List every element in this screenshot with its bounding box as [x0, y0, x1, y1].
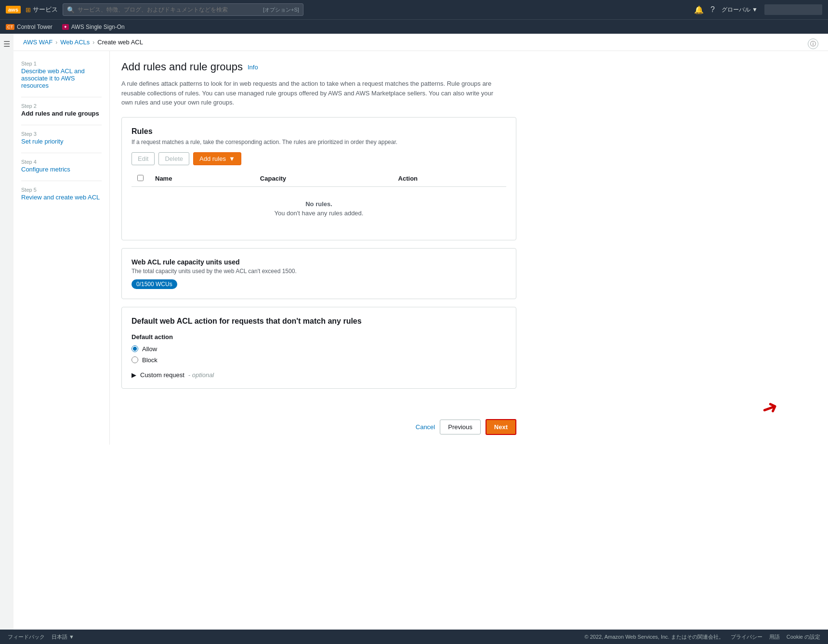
step-5-label: Step 5 [21, 187, 102, 193]
page-title-row: Add rules and rule groups Info [121, 61, 816, 73]
empty-msg-title: No rules. [147, 200, 491, 208]
feedback-link[interactable]: フィードバック [8, 633, 45, 641]
step-3: Step 3 Set rule priority [21, 131, 102, 145]
bottom-right: © 2022, Amazon Web Services, Inc. またはその関… [585, 633, 820, 641]
breadcrumb-aws-waf[interactable]: AWS WAF [23, 39, 53, 46]
custom-request-label: Custom request [140, 371, 184, 379]
block-radio-item[interactable]: Block [131, 356, 506, 364]
control-tower-label: Control Tower [17, 24, 53, 30]
default-action-title: Default web ACL action for requests that… [131, 317, 506, 326]
step-2: Step 2 Add rules and rule groups [21, 103, 102, 117]
sso-nav[interactable]: ✦ AWS Single Sign-On [62, 24, 125, 30]
help-icon[interactable]: ? [710, 5, 715, 14]
notifications-icon[interactable]: 🔔 [694, 5, 704, 14]
empty-msg-body: You don't have any rules added. [147, 210, 491, 217]
edit-button[interactable]: Edit [131, 152, 155, 165]
toggle-triangle-icon: ▶ [131, 371, 136, 379]
step-4-title[interactable]: Configure metrics [21, 166, 102, 173]
search-shortcut: [オプション+S] [263, 6, 299, 13]
previous-button[interactable]: Previous [440, 420, 481, 434]
privacy-link[interactable]: プライバシー [731, 633, 762, 641]
info-link[interactable]: Info [248, 64, 258, 71]
capacity-desc: The total capacity units used by the web… [131, 268, 506, 275]
second-navigation: CT Control Tower ✦ AWS Single Sign-On [0, 19, 828, 34]
block-radio[interactable] [131, 356, 138, 363]
step-4: Step 4 Configure metrics [21, 159, 102, 173]
aws-logo[interactable]: aws [6, 6, 21, 13]
step-1-title[interactable]: Describe web ACL and associate it to AWS… [21, 67, 102, 89]
next-button[interactable]: Next [486, 419, 516, 435]
copyright-text: © 2022, Amazon Web Services, Inc. またはその関… [585, 633, 724, 641]
add-rules-button[interactable]: Add rules ▼ [193, 152, 241, 165]
block-label: Block [142, 356, 158, 364]
step-1-label: Step 1 [21, 61, 102, 66]
rules-table: Name Capacity Action No rules. [131, 171, 506, 230]
services-button[interactable]: ⊞ サービス [26, 5, 58, 14]
top-navigation: aws ⊞ サービス 🔍 [オプション+S] 🔔 ? グローバル ▼ [0, 0, 828, 19]
sso-icon: ✦ [62, 24, 69, 30]
search-input[interactable] [78, 6, 260, 13]
delete-button[interactable]: Delete [158, 152, 189, 165]
breadcrumb-current: Create web ACL [97, 39, 143, 46]
search-icon: 🔍 [67, 6, 75, 13]
steps-sidebar: Step 1 Describe web ACL and associate it… [13, 51, 110, 445]
content-with-steps: Step 1 Describe web ACL and associate it… [13, 51, 828, 445]
breadcrumb-sep-2: › [92, 39, 94, 46]
page-title: Add rules and rule groups [121, 61, 243, 73]
terms-link[interactable]: 用語 [769, 633, 780, 641]
cancel-button[interactable]: Cancel [416, 423, 435, 431]
breadcrumb-sep-1: › [55, 39, 57, 46]
optional-label: - optional [188, 371, 214, 379]
cookie-link[interactable]: Cookie の設定 [787, 633, 820, 641]
dropdown-arrow-icon: ▼ [229, 155, 235, 162]
step-4-label: Step 4 [21, 159, 102, 165]
select-all-checkbox[interactable] [137, 175, 144, 181]
main-panel: Add rules and rule groups Info A rule de… [110, 51, 828, 445]
allow-radio-item[interactable]: Allow [131, 345, 506, 353]
col-name: Name [149, 171, 254, 187]
step-3-label: Step 3 [21, 131, 102, 137]
col-action: Action [393, 171, 506, 187]
step-5: Step 5 Review and create web ACL [21, 187, 102, 201]
step-5-title[interactable]: Review and create web ACL [21, 194, 102, 201]
capacity-badge: 0/1500 WCUs [131, 279, 177, 289]
hamburger-icon[interactable]: ☰ [3, 39, 10, 49]
rules-section-title: Rules [131, 127, 506, 136]
step-2-label: Step 2 [21, 103, 102, 109]
control-tower-nav[interactable]: CT Control Tower [6, 24, 53, 30]
arrow-icon: ➜ [758, 394, 781, 421]
sidebar-toggle[interactable]: ☰ [0, 34, 13, 644]
language-selector[interactable]: 日本語 ▼ [52, 633, 74, 641]
arrow-annotation: ➜ [121, 396, 778, 416]
default-action-label: Default action [131, 333, 506, 341]
aws-logo-icon: aws [6, 6, 21, 13]
breadcrumb: AWS WAF › Web ACLs › Create web ACL [13, 34, 828, 51]
custom-request-toggle[interactable]: ▶ Custom request - optional [131, 371, 506, 379]
breadcrumb-web-acls[interactable]: Web ACLs [60, 39, 90, 46]
body-area: ☰ AWS WAF › Web ACLs › Create web ACL St… [0, 34, 828, 644]
capacity-title: Web ACL rule capacity units used [131, 258, 506, 266]
capacity-section: Web ACL rule capacity units used The tot… [121, 248, 516, 299]
page-content: AWS WAF › Web ACLs › Create web ACL Step… [13, 34, 828, 644]
step-1: Step 1 Describe web ACL and associate it… [21, 61, 102, 89]
empty-row: No rules. You don't have any rules added… [131, 186, 506, 230]
user-avatar[interactable] [764, 4, 822, 15]
rules-section-subtitle: If a request matches a rule, take the co… [131, 139, 506, 145]
global-button[interactable]: グローバル ▼ [722, 6, 758, 14]
page-description: A rule defines attack patterns to look f… [121, 79, 497, 107]
step-3-title[interactable]: Set rule priority [21, 138, 102, 145]
bottom-bar: フィードバック 日本語 ▼ © 2022, Amazon Web Service… [0, 630, 828, 644]
control-tower-icon: CT [6, 24, 14, 30]
action-radio-group: Allow Block [131, 345, 506, 364]
sso-label: AWS Single Sign-On [71, 24, 125, 30]
allow-radio[interactable] [131, 345, 138, 352]
rules-toolbar: Edit Delete Add rules ▼ [131, 152, 506, 165]
allow-label: Allow [142, 345, 157, 353]
info-circle-icon[interactable]: ⓘ [808, 39, 818, 49]
rules-section: Rules If a request matches a rule, take … [121, 117, 516, 240]
empty-message: No rules. You don't have any rules added… [137, 191, 500, 226]
nav-right: 🔔 ? グローバル ▼ [694, 4, 822, 15]
search-bar[interactable]: 🔍 [オプション+S] [63, 3, 303, 16]
step-2-title[interactable]: Add rules and rule groups [21, 110, 102, 117]
default-action-section: Default web ACL action for requests that… [121, 307, 516, 389]
